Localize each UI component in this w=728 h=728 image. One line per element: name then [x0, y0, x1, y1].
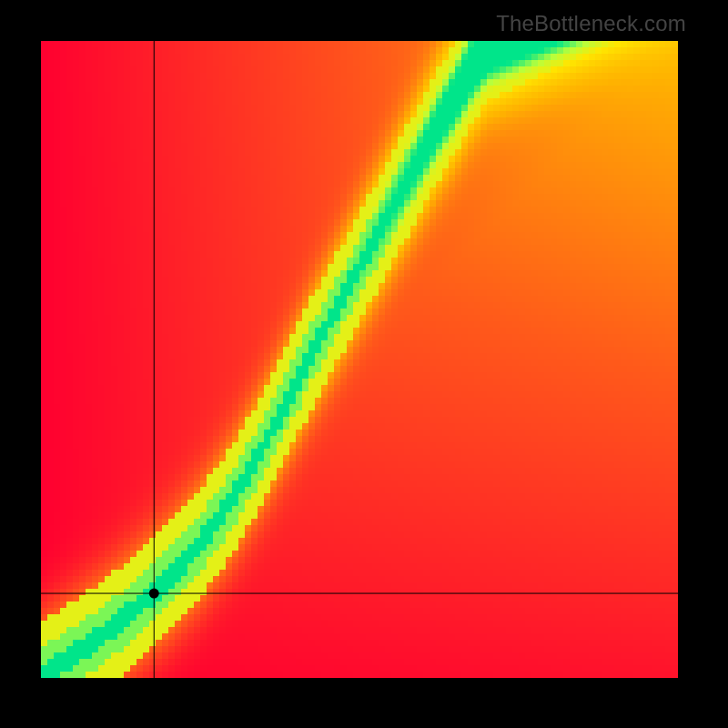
watermark-label: TheBottleneck.com: [496, 11, 686, 36]
chart-frame: TheBottleneck.com: [0, 0, 728, 728]
heatmap-canvas: [41, 41, 687, 687]
heatmap-plot: [41, 41, 687, 687]
